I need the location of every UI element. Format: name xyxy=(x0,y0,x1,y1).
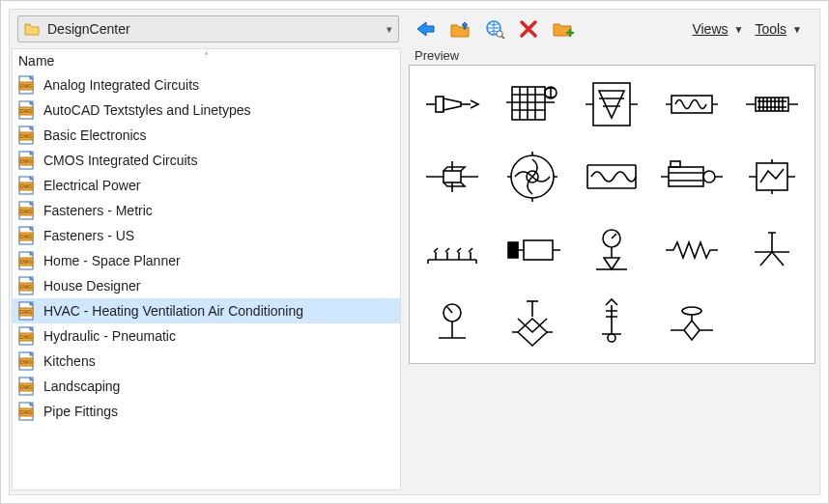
column-header-name[interactable]: ˄ Name xyxy=(13,49,400,72)
dwg-file-icon: DWG xyxy=(18,176,36,195)
svg-text:DWG: DWG xyxy=(20,133,32,139)
new-folder-icon xyxy=(552,19,575,39)
list-item[interactable]: DWG House Designer xyxy=(13,273,400,298)
list-item-label: Fasteners - US xyxy=(43,228,134,243)
list-item[interactable]: DWG Home - Space Planner xyxy=(13,248,400,273)
burner-symbol[interactable] xyxy=(415,217,490,283)
gauge-2-symbol[interactable] xyxy=(415,289,490,358)
list-item[interactable]: DWG Basic Electronics xyxy=(13,123,400,148)
list-item[interactable]: DWG CMOS Integrated Circuits xyxy=(13,148,400,173)
svg-rect-57 xyxy=(508,242,518,258)
dwg-file-icon: DWG xyxy=(18,301,36,321)
list-item[interactable]: DWG Kitchens xyxy=(13,349,400,374)
folder-up-button[interactable] xyxy=(447,17,472,41)
svg-rect-50 xyxy=(443,171,461,182)
toolbar-icons xyxy=(413,17,577,41)
tools-menu[interactable]: Tools ▼ xyxy=(755,21,802,37)
inline-filter-symbol[interactable] xyxy=(734,71,809,137)
svg-text:DWG: DWG xyxy=(20,83,32,89)
list-item[interactable]: DWG Analog Integrated Circuits xyxy=(13,72,400,98)
svg-text:DWG: DWG xyxy=(20,309,32,315)
dwg-file-icon: DWG xyxy=(18,251,36,270)
dwg-file-icon: DWG xyxy=(18,402,36,421)
globe-valve-symbol[interactable] xyxy=(655,289,729,358)
resistor-element-symbol[interactable] xyxy=(575,143,649,212)
svg-rect-56 xyxy=(757,163,787,190)
path-label: DesignCenter xyxy=(47,21,130,37)
list-item-label: HVAC - Heating Ventilation Air Condition… xyxy=(43,303,303,319)
motor-unit-symbol[interactable] xyxy=(655,143,729,212)
reducer-symbol[interactable] xyxy=(415,71,490,137)
list-item-label: AutoCAD Textstyles and Linetypes xyxy=(43,102,251,118)
list-item[interactable]: DWG Fasteners - US xyxy=(13,223,400,248)
list-item[interactable]: DWG Landscaping xyxy=(13,374,400,399)
spring-damper-symbol[interactable] xyxy=(655,217,729,283)
list-item-label: Home - Space Planner xyxy=(43,253,181,268)
list-item-label: Electrical Power xyxy=(43,178,140,193)
delete-button[interactable] xyxy=(517,17,540,41)
list-item[interactable]: DWG Pipe Fittings xyxy=(13,399,400,424)
sensor-symbol[interactable] xyxy=(575,289,649,358)
list-item-label: Fasteners - Metric xyxy=(43,203,153,218)
web-search-icon xyxy=(484,19,505,39)
duct-connector-symbol[interactable] xyxy=(496,217,570,283)
svg-text:DWG: DWG xyxy=(20,209,32,214)
list-item[interactable]: DWG Electrical Power xyxy=(13,173,400,198)
body: ˄ Name DWG Analog Integrated Circuits DW… xyxy=(10,48,819,494)
design-center-panel: DesignCenter ▾ xyxy=(9,9,820,495)
path-dropdown[interactable]: DesignCenter ▾ xyxy=(17,15,399,42)
list-item[interactable]: DWG Fasteners - Metric xyxy=(13,198,400,223)
coil-symbol[interactable] xyxy=(655,71,729,137)
list-item-label: Hydraulic - Pneumatic xyxy=(43,328,176,344)
grid-damper-symbol[interactable] xyxy=(496,71,570,137)
list-item[interactable]: DWG HVAC - Heating Ventilation Air Condi… xyxy=(13,298,400,323)
delete-icon xyxy=(519,19,538,39)
list-item[interactable]: DWG Hydraulic - Pneumatic xyxy=(13,323,400,349)
views-menu[interactable]: Views ▼ xyxy=(692,21,743,37)
back-button[interactable] xyxy=(413,18,438,40)
svg-text:DWG: DWG xyxy=(20,108,32,114)
controller-symbol[interactable] xyxy=(734,143,809,212)
fan-symbol[interactable] xyxy=(496,143,570,212)
svg-text:DWG: DWG xyxy=(20,384,32,390)
sort-asc-icon: ˄ xyxy=(204,51,209,62)
tee-symbol[interactable] xyxy=(734,217,809,283)
svg-rect-58 xyxy=(524,240,553,260)
pressure-gauge-symbol[interactable] xyxy=(575,217,649,283)
preview-label: Preview xyxy=(409,48,815,65)
louver-symbol[interactable] xyxy=(575,71,649,137)
svg-text:DWG: DWG xyxy=(20,234,32,239)
control-valve-symbol[interactable] xyxy=(496,289,570,358)
dwg-file-icon: DWG xyxy=(18,351,36,371)
svg-point-1 xyxy=(497,31,502,37)
dwg-file-icon: DWG xyxy=(18,326,36,346)
file-list[interactable]: DWG Analog Integrated Circuits DWG AutoC… xyxy=(13,72,400,490)
dwg-file-icon: DWG xyxy=(18,151,36,170)
svg-rect-55 xyxy=(671,161,680,167)
column-header-label: Name xyxy=(18,53,54,69)
views-label: Views xyxy=(692,21,728,37)
svg-text:DWG: DWG xyxy=(20,409,32,415)
dwg-file-icon: DWG xyxy=(18,100,36,120)
web-search-button[interactable] xyxy=(482,17,507,41)
dwg-file-icon: DWG xyxy=(18,75,36,95)
list-item-label: Kitchens xyxy=(43,353,96,369)
chevron-down-icon: ▼ xyxy=(792,24,802,35)
svg-text:DWG: DWG xyxy=(20,284,32,290)
window-root: DesignCenter ▾ xyxy=(0,0,829,504)
folder-icon xyxy=(24,22,40,36)
tools-label: Tools xyxy=(755,21,786,37)
dwg-file-icon: DWG xyxy=(18,377,36,396)
svg-point-62 xyxy=(682,307,701,315)
svg-point-54 xyxy=(703,171,715,182)
svg-text:DWG: DWG xyxy=(20,158,32,164)
new-folder-button[interactable] xyxy=(550,17,577,41)
cross-connector-symbol[interactable] xyxy=(415,143,490,212)
list-item-label: CMOS Integrated Circuits xyxy=(43,153,198,168)
preview-box xyxy=(409,65,815,364)
dwg-file-icon: DWG xyxy=(18,201,36,220)
menu-bar: Views ▼ Tools ▼ xyxy=(692,21,812,37)
list-item[interactable]: DWG AutoCAD Textstyles and Linetypes xyxy=(13,98,400,123)
chevron-down-icon: ▼ xyxy=(734,24,744,35)
preview-grid xyxy=(415,71,809,357)
